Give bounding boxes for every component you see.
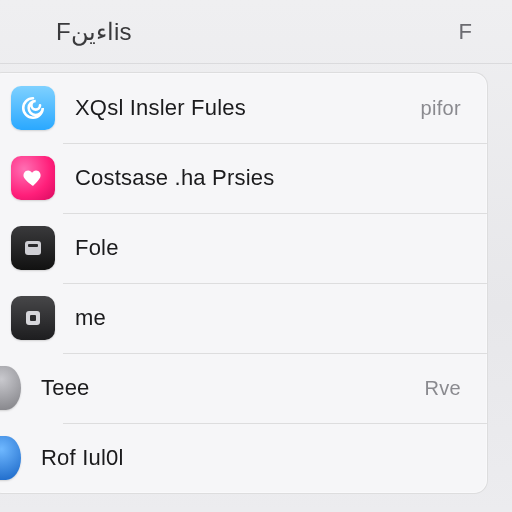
list-row-2[interactable]: Fole	[0, 213, 487, 283]
chip-icon	[11, 296, 55, 340]
settings-list: XQsl Insler Fules pifor Costsase .ha Prs…	[0, 72, 488, 494]
row-value: pifor	[421, 97, 461, 120]
list-row-0[interactable]: XQsl Insler Fules pifor	[0, 73, 487, 143]
row-label: Teee	[41, 375, 425, 401]
header-title: Fاءینis	[56, 18, 132, 46]
list-row-4[interactable]: Teee Rve	[0, 353, 487, 423]
heart-icon	[11, 156, 55, 200]
orb-blue-icon	[0, 436, 21, 480]
row-label: Fole	[75, 235, 461, 261]
tile-icon	[11, 226, 55, 270]
row-label: Costsase .ha Prsies	[75, 165, 461, 191]
row-label: XQsl Insler Fules	[75, 95, 421, 121]
row-label: me	[75, 305, 461, 331]
orb-gray-icon	[0, 366, 21, 410]
list-row-3[interactable]: me	[0, 283, 487, 353]
row-label: Rof Iul0l	[41, 445, 461, 471]
svg-rect-3	[30, 315, 36, 321]
svg-rect-1	[28, 244, 38, 247]
spiral-icon	[11, 86, 55, 130]
header: Fاءینis F	[0, 0, 512, 64]
svg-rect-0	[25, 241, 41, 255]
list-row-5[interactable]: Rof Iul0l	[0, 423, 487, 493]
row-value: Rve	[425, 377, 461, 400]
header-right-label: F	[459, 19, 472, 45]
list-row-1[interactable]: Costsase .ha Prsies	[0, 143, 487, 213]
